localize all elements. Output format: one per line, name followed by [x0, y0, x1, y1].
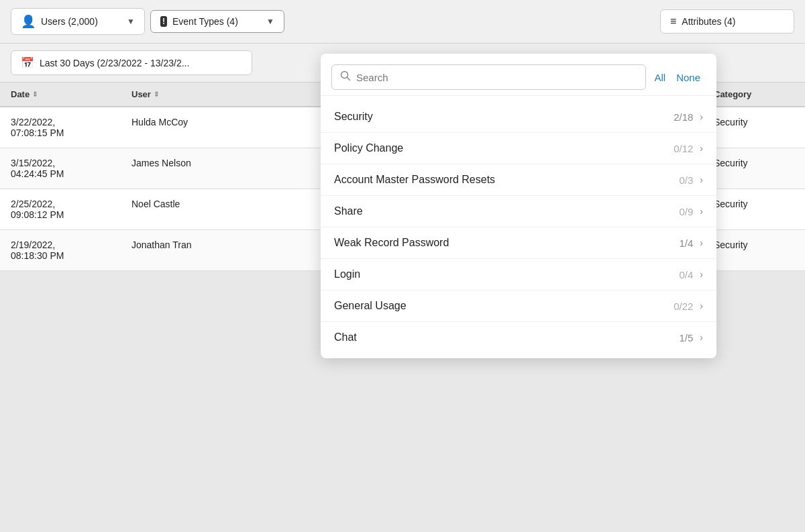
dropdown-item-policy-change[interactable]: Policy Change 0/12 › [321, 133, 716, 164]
user-icon: 👤 [21, 14, 36, 29]
row2-date: 3/15/2022, 04:24:45 PM [11, 158, 131, 179]
item-weak-label: Weak Record Password [334, 237, 449, 249]
item-login-count: 0/4 [679, 269, 693, 280]
row3-user: Noel Castle [131, 199, 279, 220]
row1-category: Security [714, 117, 794, 138]
none-button[interactable]: None [674, 70, 703, 85]
user-sort-icon: ⇕ [154, 91, 159, 98]
item-policy-chevron-icon: › [700, 143, 703, 154]
item-chat-chevron-icon: › [700, 332, 703, 343]
item-share-label: Share [334, 205, 363, 217]
item-login-label: Login [334, 268, 360, 280]
date-filter-button[interactable]: 📅 Last 30 Days (2/23/2022 - 13/23/2... [11, 50, 252, 75]
row2-category: Security [714, 158, 794, 179]
date-filter-label: Last 30 Days (2/23/2022 - 13/23/2... [40, 58, 189, 68]
row1-date: 3/22/2022, 07:08:15 PM [11, 117, 131, 138]
row4-date: 2/19/2022, 08:18:30 PM [11, 240, 131, 261]
item-policy-right: 0/12 › [674, 143, 703, 154]
item-account-chevron-icon: › [700, 174, 703, 185]
item-weak-right: 1/4 › [679, 237, 703, 249]
item-policy-count: 0/12 [674, 143, 693, 154]
item-general-chevron-icon: › [700, 301, 703, 311]
page-wrapper: 👤 Users (2,000) ▼ ! Event Types (4) ▼ ≡ … [0, 0, 805, 532]
item-share-right: 0/9 › [679, 206, 703, 217]
col-category: Category [714, 89, 794, 99]
users-chevron-icon: ▼ [127, 17, 135, 26]
event-icon: ! [160, 16, 167, 27]
users-filter-label: Users (2,000) [41, 16, 98, 27]
item-security-right: 2/18 › [674, 111, 703, 123]
item-share-chevron-icon: › [700, 206, 703, 217]
item-account-count: 0/3 [679, 174, 693, 186]
dropdown-item-account-master[interactable]: Account Master Password Resets 0/3 › [321, 164, 716, 196]
search-icon [340, 70, 351, 84]
item-general-count: 0/22 [674, 301, 693, 312]
dropdown-item-login[interactable]: Login 0/4 › [321, 259, 716, 290]
dropdown-item-security[interactable]: Security 2/18 › [321, 101, 716, 133]
attributes-filter-button[interactable]: ≡ Attributes (4) [660, 9, 794, 34]
item-account-label: Account Master Password Resets [334, 174, 495, 186]
all-button[interactable]: All [651, 70, 668, 85]
event-types-filter-button[interactable]: ! Event Types (4) ▼ [150, 10, 284, 33]
item-login-chevron-icon: › [700, 269, 703, 280]
svg-line-1 [347, 78, 350, 81]
dropdown-items-list: Security 2/18 › Policy Change 0/12 › Acc… [321, 101, 716, 353]
col-user[interactable]: User ⇕ [131, 89, 279, 99]
item-security-chevron-icon: › [700, 111, 703, 122]
item-chat-right: 1/5 › [679, 332, 703, 343]
top-filter-bar: 👤 Users (2,000) ▼ ! Event Types (4) ▼ ≡ … [0, 0, 805, 44]
col-date[interactable]: Date ⇕ [11, 89, 131, 99]
row3-category: Security [714, 199, 794, 220]
row1-user: Hulda McCoy [131, 117, 279, 138]
item-chat-count: 1/5 [679, 332, 693, 343]
row3-date: 2/25/2022, 09:08:12 PM [11, 199, 131, 220]
row4-category: Security [714, 240, 794, 261]
filter-icon: ≡ [670, 15, 676, 28]
date-sort-icon: ⇕ [32, 91, 38, 98]
item-account-right: 0/3 › [679, 174, 703, 186]
item-general-label: General Usage [334, 300, 407, 312]
item-weak-chevron-icon: › [700, 237, 703, 248]
item-chat-label: Chat [334, 331, 357, 343]
item-policy-label: Policy Change [334, 142, 403, 154]
item-general-right: 0/22 › [674, 301, 703, 312]
dropdown-item-chat[interactable]: Chat 1/5 › [321, 322, 716, 353]
item-weak-count: 1/4 [679, 237, 693, 249]
event-types-dropdown: All None Security 2/18 › Policy Change 0… [321, 54, 716, 358]
event-types-filter-label: Event Types (4) [172, 16, 238, 27]
dropdown-item-share[interactable]: Share 0/9 › [321, 196, 716, 227]
item-security-count: 2/18 [674, 111, 693, 123]
item-login-right: 0/4 › [679, 269, 703, 280]
users-filter-button[interactable]: 👤 Users (2,000) ▼ [11, 8, 145, 35]
all-none-controls: All None [651, 70, 706, 85]
dropdown-item-general-usage[interactable]: General Usage 0/22 › [321, 290, 716, 322]
row2-user: James Nelson [131, 158, 279, 179]
attributes-filter-label: Attributes (4) [682, 16, 735, 27]
row4-user: Jonathan Tran [131, 240, 279, 261]
event-types-chevron-icon: ▼ [266, 17, 274, 26]
item-share-count: 0/9 [679, 206, 693, 217]
calendar-icon: 📅 [21, 56, 34, 69]
item-security-label: Security [334, 111, 373, 123]
search-input[interactable] [356, 72, 637, 83]
dropdown-item-weak-password[interactable]: Weak Record Password 1/4 › [321, 227, 716, 259]
